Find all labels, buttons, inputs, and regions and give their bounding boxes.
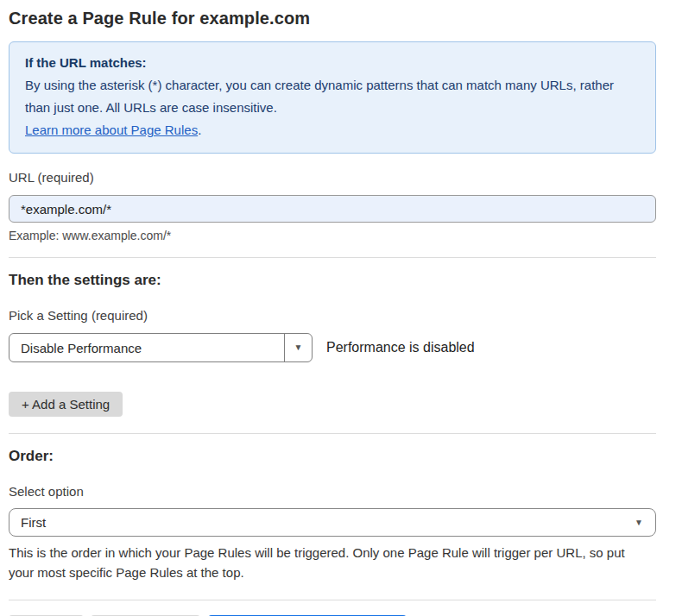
add-setting-button[interactable]: + Add a Setting [9, 392, 123, 417]
chevron-down-icon: ▼ [294, 343, 303, 352]
setting-row: Disable Performance ▼ Performance is dis… [9, 333, 656, 362]
create-page-rule-panel: Create a Page Rule for example.com If th… [0, 0, 682, 616]
divider [9, 433, 656, 434]
order-select-label: Select option [9, 484, 656, 499]
order-select-value: First [21, 515, 46, 530]
setting-select-value: Disable Performance [9, 334, 284, 361]
link-suffix: . [198, 123, 201, 137]
info-box-body: By using the asterisk (*) character, you… [25, 74, 629, 119]
learn-more-link[interactable]: Learn more about Page Rules [25, 123, 198, 137]
setting-status-text: Performance is disabled [326, 340, 475, 355]
setting-picker-label: Pick a Setting (required) [9, 308, 656, 323]
url-example-text: Example: www.example.com/* [9, 229, 656, 242]
divider [9, 257, 656, 258]
url-field-label: URL (required) [9, 170, 656, 185]
chevron-down-icon: ▼ [635, 519, 643, 527]
divider [9, 600, 656, 600]
order-help-text: This is the order in which your Page Rul… [9, 543, 652, 582]
url-input[interactable] [9, 195, 656, 223]
order-section-heading: Order: [9, 448, 656, 465]
url-match-info-box: If the URL matches: By using the asteris… [9, 41, 656, 154]
settings-section-heading: Then the settings are: [9, 272, 656, 289]
info-box-link-line: Learn more about Page Rules. [25, 119, 640, 141]
setting-select[interactable]: Disable Performance ▼ [9, 333, 313, 362]
page-title: Create a Page Rule for example.com [9, 9, 656, 28]
order-select[interactable]: First ▼ [9, 508, 656, 537]
setting-select-arrow-button[interactable]: ▼ [284, 334, 312, 361]
info-box-heading: If the URL matches: [25, 52, 640, 74]
